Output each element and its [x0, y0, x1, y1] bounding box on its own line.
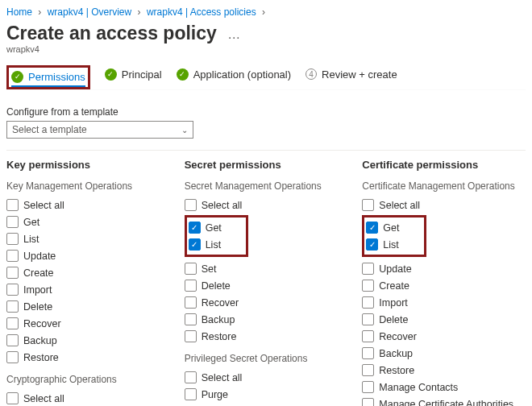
checkbox-icon: [6, 199, 19, 211]
secret-list[interactable]: List: [189, 236, 222, 253]
step-review[interactable]: 4 Review + create: [305, 68, 397, 87]
key-select-all[interactable]: Select all: [6, 197, 170, 213]
option-label: Update: [379, 263, 411, 275]
step-label: Application (optional): [193, 68, 291, 81]
cert-update[interactable]: Update: [362, 260, 526, 277]
step-number-icon: 4: [305, 68, 317, 80]
step-label: Principal: [122, 68, 162, 81]
checkbox-icon: [6, 392, 19, 404]
checkbox-icon: [6, 284, 19, 296]
secret-backup[interactable]: Backup: [185, 311, 348, 328]
key-update[interactable]: Update: [6, 247, 170, 264]
secret-delete[interactable]: Delete: [185, 277, 348, 294]
checkbox-icon: [6, 250, 19, 262]
cert-import[interactable]: Import: [362, 294, 526, 311]
option-label: Delete: [202, 280, 231, 292]
template-placeholder: Select a template: [12, 124, 87, 135]
option-label: Backup: [379, 348, 413, 359]
option-label: Get: [23, 217, 39, 228]
key-restore[interactable]: Restore: [6, 349, 170, 366]
option-label: Manage Contacts: [379, 382, 458, 393]
secret-priv-select-all[interactable]: Select all: [185, 369, 348, 386]
secret-permissions-heading: Secret permissions: [185, 159, 348, 171]
cert-manage-contacts[interactable]: Manage Contacts: [362, 379, 526, 396]
secret-get[interactable]: Get: [189, 219, 222, 236]
resource-name: wrapkv4: [6, 44, 526, 54]
highlight-secret-get-list: Get List: [185, 215, 248, 257]
checkbox-icon: [6, 233, 19, 245]
key-crypto-label: Cryptographic Operations: [6, 374, 170, 385]
cert-mgmt-label: Certificate Management Operations: [362, 180, 526, 192]
option-label: List: [23, 234, 39, 245]
option-label: Import: [379, 297, 407, 309]
cert-list[interactable]: List: [366, 236, 399, 253]
checkbox-icon: [6, 317, 19, 329]
secret-set[interactable]: Set: [185, 260, 348, 277]
template-label: Configure from a template: [6, 106, 526, 118]
step-principal[interactable]: Principal: [105, 68, 162, 87]
cert-manage-cas[interactable]: Manage Certificate Authorities: [362, 396, 526, 406]
cert-backup[interactable]: Backup: [362, 345, 526, 362]
checkbox-checked-icon: [189, 238, 201, 251]
secret-recover[interactable]: Recover: [185, 294, 348, 311]
option-label: Select all: [202, 200, 243, 211]
key-import[interactable]: Import: [6, 281, 170, 298]
option-label: Restore: [202, 331, 237, 342]
checkbox-icon: [362, 347, 374, 359]
highlight-permissions-step: Permissions: [6, 65, 90, 89]
check-icon: [177, 68, 189, 81]
cert-select-all[interactable]: Select all: [362, 197, 526, 213]
breadcrumb-access-policies[interactable]: wrapkv4 | Access policies: [147, 6, 256, 18]
breadcrumb-home[interactable]: Home: [6, 6, 32, 18]
option-label: Get: [206, 222, 222, 234]
key-recover[interactable]: Recover: [6, 315, 170, 332]
key-get[interactable]: Get: [6, 213, 170, 230]
checkbox-icon: [185, 313, 197, 325]
option-label: Select all: [23, 393, 64, 404]
checkbox-icon: [362, 296, 374, 309]
step-permissions[interactable]: Permissions: [11, 71, 85, 87]
key-mgmt-label: Key Management Operations: [6, 180, 170, 192]
checkbox-icon: [6, 300, 19, 313]
option-label: Manage Certificate Authorities: [379, 399, 513, 407]
wizard-steps: Permissions Principal Application (optio…: [6, 65, 526, 90]
more-icon[interactable]: …: [227, 27, 241, 42]
template-select[interactable]: Select a template ⌄: [6, 121, 193, 139]
option-label: Purge: [202, 389, 228, 400]
key-create[interactable]: Create: [6, 264, 170, 281]
key-backup[interactable]: Backup: [6, 332, 170, 349]
option-label: Select all: [23, 200, 64, 211]
secret-mgmt-label: Secret Management Operations: [185, 180, 348, 192]
checkbox-icon: [6, 267, 19, 279]
cert-delete[interactable]: Delete: [362, 311, 526, 328]
key-permissions-column: Key permissions Key Management Operation…: [6, 159, 170, 406]
key-list[interactable]: List: [6, 230, 170, 247]
option-label: Backup: [202, 314, 235, 325]
option-label: Restore: [23, 352, 59, 363]
checkbox-checked-icon: [189, 222, 201, 234]
key-crypto-select-all[interactable]: Select all: [6, 390, 170, 406]
checkbox-icon: [185, 199, 197, 211]
secret-purge[interactable]: Purge: [185, 386, 348, 403]
option-label: Backup: [23, 335, 57, 346]
breadcrumb: Home › wrapkv4 | Overview › wrapkv4 | Ac…: [6, 6, 526, 18]
step-application[interactable]: Application (optional): [177, 68, 291, 87]
key-delete[interactable]: Delete: [6, 298, 170, 315]
breadcrumb-overview[interactable]: wrapkv4 | Overview: [48, 6, 131, 18]
option-label: Select all: [202, 372, 243, 383]
step-label: Review + create: [322, 68, 397, 81]
cert-recover[interactable]: Recover: [362, 328, 526, 345]
step-label: Permissions: [28, 71, 85, 83]
cert-get[interactable]: Get: [366, 219, 399, 236]
cert-restore[interactable]: Restore: [362, 362, 526, 379]
checkbox-icon: [6, 216, 19, 228]
secret-permissions-column: Secret permissions Secret Management Ope…: [185, 159, 348, 406]
secret-restore[interactable]: Restore: [185, 328, 348, 345]
checkbox-icon: [362, 263, 374, 275]
secret-select-all[interactable]: Select all: [185, 197, 348, 213]
option-label: Delete: [379, 314, 408, 325]
cert-create[interactable]: Create: [362, 277, 526, 294]
checkbox-icon: [6, 351, 19, 363]
option-label: Recover: [23, 318, 61, 329]
checkbox-icon: [362, 330, 374, 342]
